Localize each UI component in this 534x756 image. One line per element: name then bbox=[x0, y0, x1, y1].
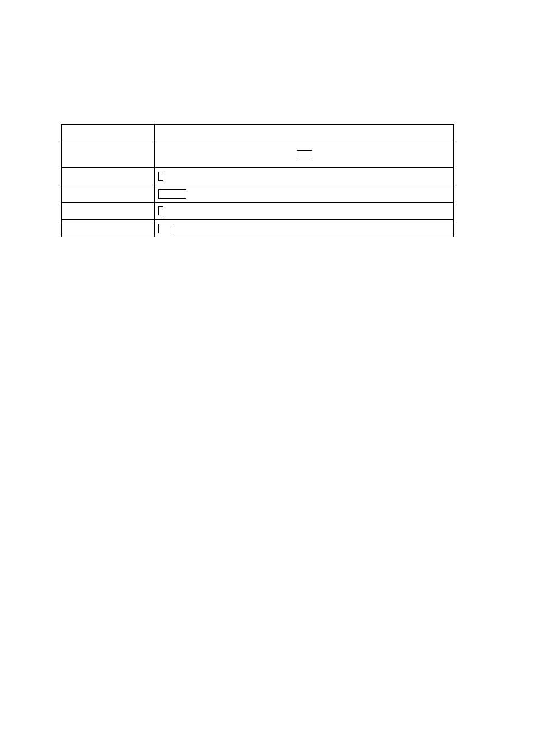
cell-value bbox=[155, 185, 454, 203]
input-box[interactable] bbox=[158, 189, 186, 199]
cell-value bbox=[155, 142, 454, 168]
cell-value bbox=[155, 125, 454, 142]
input-box[interactable] bbox=[158, 206, 163, 215]
table-row bbox=[62, 220, 454, 237]
cell-label bbox=[62, 185, 155, 203]
cell-label bbox=[62, 142, 155, 168]
form-table bbox=[61, 124, 454, 237]
table-row bbox=[62, 185, 454, 203]
input-box[interactable] bbox=[297, 150, 312, 159]
table-row bbox=[62, 203, 454, 220]
cell-label bbox=[62, 220, 155, 237]
input-box[interactable] bbox=[158, 224, 174, 233]
table-row bbox=[62, 168, 454, 185]
cell-label bbox=[62, 203, 155, 220]
cell-value bbox=[155, 203, 454, 220]
input-box[interactable] bbox=[158, 172, 163, 181]
cell-label bbox=[62, 125, 155, 142]
cell-label bbox=[62, 168, 155, 185]
cell-value bbox=[155, 220, 454, 237]
cell-value bbox=[155, 168, 454, 185]
table-row bbox=[62, 142, 454, 168]
table bbox=[61, 124, 454, 237]
table-row bbox=[62, 125, 454, 142]
